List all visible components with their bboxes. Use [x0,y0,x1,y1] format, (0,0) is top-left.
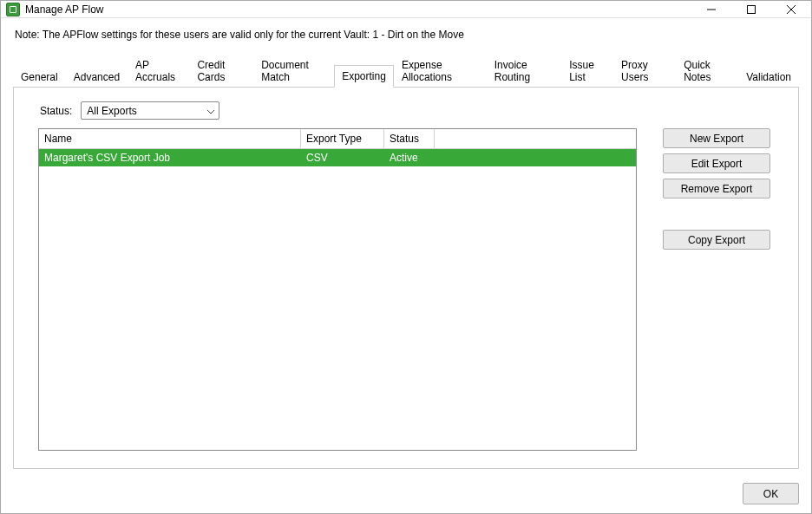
manage-apflow-window: Manage AP Flow Note: The APFlow settings… [0,0,812,514]
tab-exporting[interactable]: Exporting [334,65,394,88]
status-dropdown[interactable]: All Exports [81,101,219,120]
svg-rect-1 [748,5,756,13]
client-area: Note: The APFlow settings for these user… [1,18,811,478]
status-filter-row: Status: All Exports [40,101,781,120]
status-label: Status: [40,105,72,117]
note-text: Note: The APFlow settings for these user… [13,29,799,41]
tab-general[interactable]: General [13,66,66,88]
chevron-down-icon [206,107,215,115]
tab-invoice-routing[interactable]: Invoice Routing [487,54,561,88]
table-header: Name Export Type Status [39,129,636,149]
dialog-footer: OK [1,478,811,513]
tab-issue-list[interactable]: Issue List [561,54,613,88]
tab-ap-accruals[interactable]: AP Accruals [128,54,189,88]
side-buttons: New Export Edit Export Remove Export Cop… [663,128,770,451]
ok-button[interactable]: OK [743,483,799,504]
column-header-name[interactable]: Name [39,129,301,149]
titlebar: Manage AP Flow [1,1,811,18]
close-button[interactable] [771,1,811,17]
remove-export-button[interactable]: Remove Export [663,179,770,198]
copy-export-button[interactable]: Copy Export [663,230,770,250]
window-title: Manage AP Flow [25,3,691,16]
maximize-button[interactable] [731,1,771,17]
cell-spacer [435,149,636,166]
tabstrip: General Advanced AP Accruals Credit Card… [13,53,799,88]
tab-validation[interactable]: Validation [738,66,799,88]
cell-status: Active [384,149,435,166]
table-row[interactable]: Margaret's CSV Export Job CSV Active [39,149,636,166]
new-export-button[interactable]: New Export [663,128,770,148]
tab-advanced[interactable]: Advanced [66,66,128,88]
exporting-tabpanel: Status: All Exports Name Export Type Sta… [13,88,799,469]
column-header-export-type[interactable]: Export Type [301,129,384,149]
tab-document-match[interactable]: Document Match [253,54,334,88]
exports-table[interactable]: Name Export Type Status Margaret's CSV E… [38,128,637,451]
tab-proxy-users[interactable]: Proxy Users [613,54,676,88]
app-icon [6,3,20,16]
content-row: Name Export Type Status Margaret's CSV E… [38,128,781,451]
status-selected-value: All Exports [87,105,136,117]
column-header-status[interactable]: Status [384,129,435,149]
tab-credit-cards[interactable]: Credit Cards [189,54,253,88]
tab-expense-allocations[interactable]: Expense Allocations [394,54,487,88]
tab-quick-notes[interactable]: Quick Notes [676,54,738,88]
cell-export-type: CSV [301,149,384,166]
column-header-spacer [435,129,636,149]
edit-export-button[interactable]: Edit Export [663,153,770,173]
minimize-button[interactable] [691,1,731,17]
window-controls [691,1,811,17]
cell-name: Margaret's CSV Export Job [39,149,301,166]
